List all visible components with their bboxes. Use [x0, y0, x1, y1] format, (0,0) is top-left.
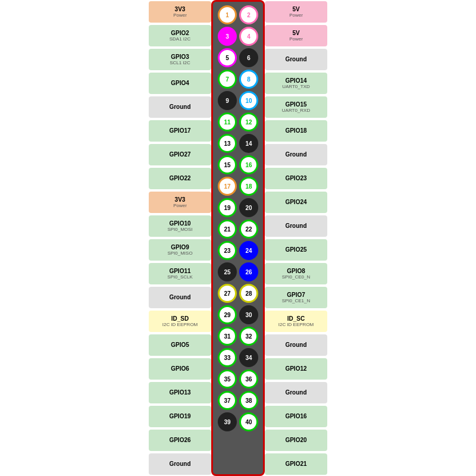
- right-label-15: GPIO12: [265, 358, 327, 380]
- right-label-0: 5VPower: [265, 1, 327, 23]
- pin-13: 13: [218, 134, 237, 153]
- left-label-13: ID_SDI2C ID EEPROM: [149, 311, 211, 332]
- left-label-6: GPIO27: [149, 144, 211, 165]
- pin-24: 24: [239, 241, 258, 260]
- pin-29: 29: [218, 305, 237, 324]
- right-label-5: GPIO18: [265, 120, 327, 142]
- pin-row-18: 3536: [217, 369, 259, 389]
- pin-9: 9: [218, 91, 237, 110]
- right-label-19: GPIO21: [265, 453, 327, 475]
- pin-33: 33: [218, 348, 237, 367]
- pin-row-19: 3738: [217, 391, 259, 410]
- pin-11: 11: [218, 112, 237, 131]
- pin-40: 40: [239, 412, 258, 431]
- pin-27: 27: [218, 284, 237, 303]
- pin-row-7: 1314: [217, 134, 259, 153]
- left-label-19: Ground: [149, 453, 211, 475]
- right-label-18: GPIO20: [265, 430, 327, 451]
- pin-23: 23: [218, 241, 237, 260]
- pin-21: 21: [218, 220, 237, 239]
- right-label-3: GPIO14UART0_TXD: [265, 73, 327, 94]
- pin-7: 7: [218, 70, 237, 89]
- right-label-4: GPIO15UART0_RXD: [265, 96, 327, 118]
- pin-row-3: 56: [217, 48, 259, 67]
- left-label-8: 3V3Power: [149, 192, 211, 213]
- pin-row-8: 1516: [217, 155, 259, 174]
- pin-row-10: 1920: [217, 198, 259, 217]
- left-label-0: 3V3Power: [149, 1, 211, 23]
- pin-38: 38: [239, 391, 258, 410]
- left-label-1: GPIO2SDA1 I2C: [149, 25, 211, 46]
- pin-35: 35: [218, 369, 237, 389]
- left-label-column: 3V3PowerGPIO2SDA1 I2CGPIO3SCL1 I2CGPIO4G…: [146, 0, 211, 476]
- right-label-9: Ground: [265, 215, 327, 237]
- pin-12: 12: [239, 112, 258, 131]
- pin-30: 30: [239, 305, 258, 324]
- pin-row-9: 1718: [217, 177, 259, 196]
- pin-32: 32: [239, 327, 258, 346]
- left-label-11: GPIO11SPI0_SCLK: [149, 263, 211, 284]
- pin-row-14: 2728: [217, 284, 259, 303]
- pin-37: 37: [218, 391, 237, 410]
- pin-34: 34: [239, 348, 258, 367]
- left-label-12: Ground: [149, 287, 211, 308]
- pin-36: 36: [239, 369, 258, 389]
- left-label-9: GPIO10SPI0_MOSI: [149, 215, 211, 237]
- pin-17: 17: [218, 177, 237, 196]
- pin-22: 22: [239, 220, 258, 239]
- pin-25: 25: [218, 262, 237, 281]
- right-label-17: GPIO16: [265, 406, 327, 427]
- left-label-2: GPIO3SCL1 I2C: [149, 49, 211, 70]
- pin-row-2: 34: [217, 27, 259, 46]
- right-label-16: Ground: [265, 382, 327, 403]
- pin-row-11: 2122: [217, 220, 259, 239]
- pin-row-17: 3334: [217, 348, 259, 367]
- pin-row-12: 2324: [217, 241, 259, 260]
- right-label-6: Ground: [265, 144, 327, 165]
- left-label-16: GPIO13: [149, 382, 211, 403]
- left-label-10: GPIO9SPI0_MISO: [149, 239, 211, 261]
- pin-column: 1234567891011121314151617181920212223242…: [211, 0, 265, 476]
- right-label-13: ID_SCI2C ID EEPROM: [265, 311, 327, 332]
- left-label-4: Ground: [149, 96, 211, 118]
- pin-10: 10: [239, 91, 258, 110]
- pin-26: 26: [239, 262, 258, 281]
- pin-16: 16: [239, 155, 258, 174]
- pin-28: 28: [239, 284, 258, 303]
- right-label-11: GPIO8SPI0_CE0_N: [265, 263, 327, 284]
- pin-8: 8: [239, 70, 258, 89]
- pin-row-15: 2930: [217, 305, 259, 324]
- left-label-7: GPIO22: [149, 168, 211, 189]
- gpio-diagram: 3V3PowerGPIO2SDA1 I2CGPIO3SCL1 I2CGPIO4G…: [146, 0, 330, 476]
- pin-2: 2: [239, 5, 258, 24]
- right-label-2: Ground: [265, 49, 327, 70]
- pin-19: 19: [218, 198, 237, 217]
- pin-row-1: 12: [217, 5, 259, 24]
- pin-row-4: 78: [217, 70, 259, 89]
- pin-15: 15: [218, 155, 237, 174]
- left-label-5: GPIO17: [149, 120, 211, 142]
- pin-5: 5: [218, 48, 237, 67]
- right-label-12: GPIO7SPI0_CE1_N: [265, 287, 327, 308]
- right-label-14: Ground: [265, 334, 327, 356]
- left-label-17: GPIO19: [149, 406, 211, 427]
- pin-row-6: 1112: [217, 112, 259, 131]
- pin-39: 39: [218, 412, 237, 431]
- right-label-column: 5VPower5VPowerGroundGPIO14UART0_TXDGPIO1…: [265, 0, 330, 476]
- pin-row-16: 3132: [217, 327, 259, 346]
- pin-6: 6: [239, 48, 258, 67]
- pin-1: 1: [218, 5, 237, 24]
- pin-row-13: 2526: [217, 262, 259, 281]
- right-label-10: GPIO25: [265, 239, 327, 261]
- pin-31: 31: [218, 327, 237, 346]
- left-label-15: GPIO6: [149, 358, 211, 380]
- pin-row-20: 3940: [217, 412, 259, 431]
- right-label-1: 5VPower: [265, 25, 327, 46]
- left-label-18: GPIO26: [149, 430, 211, 451]
- pin-3: 3: [218, 27, 237, 46]
- pin-14: 14: [239, 134, 258, 153]
- left-label-3: GPIO4: [149, 73, 211, 94]
- pin-4: 4: [239, 27, 258, 46]
- right-label-7: GPIO23: [265, 168, 327, 189]
- right-label-8: GPIO24: [265, 192, 327, 213]
